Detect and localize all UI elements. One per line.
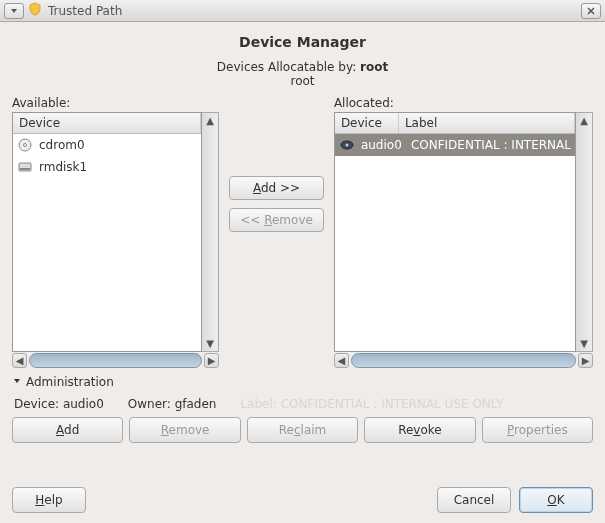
- available-panel: Available: Device cdrom0: [12, 96, 219, 369]
- audio-icon: [339, 137, 355, 153]
- scroll-up-icon[interactable]: ▲: [577, 113, 592, 128]
- dialog-buttons: Help Cancel OK: [12, 477, 593, 513]
- allocated-label: Allocated:: [334, 96, 593, 110]
- device-name: audio0: [361, 138, 405, 152]
- scroll-right-icon[interactable]: ▶: [578, 353, 593, 368]
- available-column-headers: Device: [13, 113, 201, 134]
- svg-point-5: [345, 144, 348, 147]
- available-list[interactable]: Device cdrom0 rmd: [12, 112, 202, 352]
- cd-icon: [17, 137, 33, 153]
- allocatable-by-prefix: Devices Allocatable by:: [217, 60, 360, 74]
- page-title: Device Manager: [12, 34, 593, 50]
- horizontal-scrollbar[interactable]: ◀ ▶: [12, 352, 219, 369]
- allocated-list[interactable]: Device Label audio0 CONFIDENTIAL : INTER…: [334, 112, 576, 352]
- column-device[interactable]: Device: [13, 113, 201, 133]
- column-device[interactable]: Device: [335, 113, 399, 133]
- remove-label-pre: <<: [240, 213, 264, 227]
- add-button[interactable]: Add >>: [229, 176, 324, 200]
- transfer-buttons: Add >> << Remove: [225, 176, 328, 232]
- scroll-down-icon[interactable]: ▼: [577, 336, 592, 351]
- allocatable-by-line: Devices Allocatable by: root: [12, 60, 593, 74]
- scroll-left-icon[interactable]: ◀: [334, 353, 349, 368]
- list-item[interactable]: rmdisk1: [13, 156, 201, 178]
- allocated-column-headers: Device Label: [335, 113, 575, 134]
- device-label: CONFIDENTIAL : INTERNAL: [411, 138, 571, 152]
- admin-remove-button[interactable]: Remove: [129, 417, 240, 443]
- vertical-scrollbar[interactable]: ▲ ▼: [576, 112, 593, 352]
- help-button[interactable]: Help: [12, 487, 86, 513]
- device-name: rmdisk1: [39, 160, 87, 174]
- allocatable-by-user: root: [360, 60, 388, 74]
- disk-icon: [17, 159, 33, 175]
- ok-button[interactable]: OK: [519, 487, 593, 513]
- admin-owner: Owner: gfaden: [128, 397, 217, 411]
- cancel-button[interactable]: Cancel: [437, 487, 511, 513]
- chevron-down-icon: [12, 375, 22, 389]
- scroll-right-icon[interactable]: ▶: [204, 353, 219, 368]
- scroll-track[interactable]: [351, 353, 576, 368]
- device-name: cdrom0: [39, 138, 85, 152]
- admin-reclaim-button[interactable]: Reclaim: [247, 417, 358, 443]
- scroll-left-icon[interactable]: ◀: [12, 353, 27, 368]
- scroll-down-icon[interactable]: ▼: [203, 336, 218, 351]
- title-bar: Trusted Path: [0, 0, 605, 22]
- window-title: Trusted Path: [48, 4, 122, 18]
- horizontal-scrollbar[interactable]: ◀ ▶: [334, 352, 593, 369]
- window-body: Device Manager Devices Allocatable by: r…: [0, 22, 605, 523]
- window-menu-button[interactable]: [4, 3, 24, 19]
- allocated-panel: Allocated: Device Label audio0 CONFIDEN: [334, 96, 593, 369]
- available-label: Available:: [12, 96, 219, 110]
- remove-label-rest: emove: [272, 213, 313, 227]
- list-item[interactable]: audio0 CONFIDENTIAL : INTERNAL: [335, 134, 575, 156]
- administration-info: Device: audio0 Owner: gfaden Label: CONF…: [12, 397, 593, 411]
- svg-rect-3: [20, 168, 30, 170]
- add-label-rest: dd >>: [261, 181, 300, 195]
- administration-toggle[interactable]: Administration: [12, 375, 593, 389]
- shield-icon: [28, 2, 42, 19]
- scroll-track[interactable]: [29, 353, 202, 368]
- admin-add-button[interactable]: Add: [12, 417, 123, 443]
- administration-section: Administration Device: audio0 Owner: gfa…: [12, 375, 593, 443]
- admin-revoke-button[interactable]: Revoke: [364, 417, 475, 443]
- close-button[interactable]: [581, 3, 601, 19]
- svg-point-1: [24, 144, 27, 147]
- list-item[interactable]: cdrom0: [13, 134, 201, 156]
- administration-label: Administration: [26, 375, 114, 389]
- remove-button[interactable]: << Remove: [229, 208, 324, 232]
- administration-buttons: Add Remove Reclaim Revoke Properties: [12, 417, 593, 443]
- scroll-up-icon[interactable]: ▲: [203, 113, 218, 128]
- column-label[interactable]: Label: [399, 113, 575, 133]
- admin-label: Label: CONFIDENTIAL : INTERNAL USE ONLY: [240, 397, 503, 411]
- user-line: root: [12, 74, 593, 88]
- admin-device: Device: audio0: [14, 397, 104, 411]
- admin-properties-button[interactable]: Properties: [482, 417, 593, 443]
- vertical-scrollbar[interactable]: ▲ ▼: [202, 112, 219, 352]
